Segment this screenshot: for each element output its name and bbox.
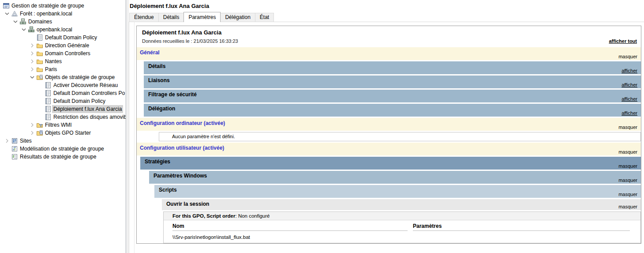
report-subsection-bar: Filtrage de sécuritéafficher (144, 90, 641, 102)
tree-item-label: Résultats de stratégie de groupe (19, 153, 97, 161)
results-pane: Déploiement f.lux Ana Garcia ÉtendueDéta… (129, 0, 644, 253)
tree-item[interactable]: Résultats de stratégie de groupe (0, 153, 126, 161)
tab-etendue[interactable]: Étendue (129, 13, 159, 22)
subsection-title: Scripts (159, 187, 177, 193)
tab-details[interactable]: Détails (158, 13, 184, 22)
collapse-link[interactable]: masquer (618, 192, 637, 197)
gpo-folder-icon (36, 74, 43, 81)
report-subsection-bar: Délégationafficher (144, 104, 641, 117)
tree-item-label: Objets GPO Starter (44, 129, 92, 137)
tree-item-label: Default Domain Policy (52, 97, 107, 105)
tab-parametres[interactable]: Paramètres (183, 12, 221, 22)
logon-script-details: For this GPO, Script order: Non configur… (163, 211, 641, 243)
chevron-right-icon[interactable] (29, 58, 36, 65)
report-section-header: Configuration ordinateur (activée)masque… (137, 118, 641, 131)
tree-item[interactable]: Forêt : openbank.local (0, 10, 126, 18)
subsection-title: Filtrage de sécurité (148, 91, 197, 98)
tree-item[interactable]: Filtres WMI (0, 121, 126, 129)
scripts-table: NomParamètres\\Srv-paris\netlogon\instal… (167, 220, 635, 243)
chevron-right-icon[interactable] (29, 42, 36, 49)
report-header: Déploiement f.lux Ana Garcia Données rec… (137, 26, 641, 47)
gpmc-console-icon (3, 2, 10, 9)
subsection-title: Détails (148, 63, 165, 69)
report-title: Déploiement f.lux Ana Garcia (142, 29, 221, 36)
results-icon (11, 153, 18, 160)
tree-item[interactable]: Modélisation de stratégie de groupe (0, 145, 126, 153)
tree-item-label: Gestion de stratégie de groupe (10, 2, 86, 10)
tree-item-label: Nantes (44, 57, 63, 65)
tree-item[interactable]: Activer Découverte Réseau (0, 81, 126, 89)
chevron-down-icon[interactable] (12, 18, 19, 25)
section-title: Général (140, 49, 160, 56)
forest-icon (11, 10, 18, 17)
tree-item-label: Filtres WMI (44, 121, 73, 129)
chevron-right-icon[interactable] (29, 129, 36, 136)
tree-item[interactable]: Objets GPO Starter (0, 129, 126, 137)
tab-etat[interactable]: État (255, 13, 274, 22)
tree-item[interactable]: Default Domain Policy (0, 34, 126, 42)
tree-item[interactable]: Gestion de stratégie de groupe (0, 2, 126, 10)
tree-item-label: Paris (44, 65, 58, 73)
report-section-header: Généralmasquer (137, 47, 641, 60)
tree-item[interactable]: Déploiement f.lux Ana Garcia (0, 105, 126, 113)
gpo-settings-report: Déploiement f.lux Ana Garcia Données rec… (136, 26, 641, 244)
show-all-link[interactable]: afficher tout (609, 38, 637, 44)
tree-item[interactable]: Sites (0, 137, 126, 145)
report-subsection-bar: Détailsafficher (144, 61, 641, 74)
tree-item[interactable]: openbank.local (0, 26, 126, 34)
tree-item[interactable]: Nantes (0, 57, 126, 65)
expand-link[interactable]: afficher (622, 82, 637, 87)
tab-delegation[interactable]: Délégation (220, 13, 255, 22)
collapse-link[interactable]: masquer (618, 204, 637, 209)
tree-item[interactable]: Restriction des disques amovib (0, 113, 126, 121)
table-cell: \\Srv-paris\netlogon\install_flux.bat (172, 231, 408, 243)
tree-item-label: Direction Générale (44, 42, 90, 49)
collapse-link[interactable]: masquer (618, 177, 637, 183)
scripts-table-header: Paramètres (413, 220, 630, 231)
collapse-link[interactable]: masquer (618, 125, 637, 130)
collapse-link[interactable]: masquer (618, 149, 637, 155)
chevron-right-icon[interactable] (29, 66, 36, 73)
report-subsection-bar: Stratégiesmasquer (140, 157, 641, 170)
starter-gpo-folder-icon (36, 129, 43, 136)
tree-item[interactable]: Objets de stratégie de groupe (0, 73, 126, 81)
expand-link[interactable]: afficher (622, 96, 637, 102)
subsection-title: Délégation (148, 106, 175, 112)
ou-icon (36, 50, 43, 57)
tree-item-label: Default Domain Controllers Po (52, 89, 126, 97)
script-order-key: For this GPO, Script order (172, 213, 236, 219)
report-section-header: Configuration utilisateur (activée)masqu… (137, 143, 641, 155)
tree-item-label: openbank.local (35, 26, 74, 34)
pane-title: Déploiement f.lux Ana Garcia (130, 3, 209, 9)
tree-item[interactable]: Domaines (0, 18, 126, 26)
tree-item-label: Objets de stratégie de groupe (44, 73, 116, 81)
section-title: Configuration utilisateur (activée) (140, 145, 224, 151)
tree-item[interactable]: Default Domain Policy (0, 97, 126, 105)
collapse-link[interactable]: masquer (618, 163, 637, 169)
tree-item-label: Activer Découverte Réseau (52, 81, 119, 89)
collapse-link[interactable]: masquer (618, 54, 637, 59)
expand-link[interactable]: afficher (622, 110, 637, 116)
ou-icon (36, 66, 43, 73)
tab-content: Déploiement f.lux Ana Garcia Données rec… (129, 22, 644, 253)
expand-link[interactable]: afficher (622, 68, 637, 73)
chevron-right-icon[interactable] (4, 137, 11, 144)
tree-item-label: Default Domain Policy (44, 34, 98, 42)
tree-item[interactable]: Direction Générale (0, 42, 126, 49)
table-cell (413, 231, 630, 243)
gpo-icon (45, 113, 52, 121)
chevron-right-icon[interactable] (29, 121, 36, 128)
script-order-value: : Non configuré (236, 213, 270, 219)
chevron-down-icon[interactable] (29, 74, 36, 81)
chevron-down-icon[interactable] (20, 26, 27, 33)
tree-item[interactable]: Paris (0, 65, 126, 73)
report-viewport-edge (134, 22, 135, 253)
tree-item[interactable]: Domain Controllers (0, 49, 126, 57)
wmi-filter-folder-icon (36, 121, 43, 128)
script-order-row: For this GPO, Script order: Non configur… (164, 212, 640, 220)
tree-item[interactable]: Default Domain Controllers Po (0, 89, 126, 97)
modeling-icon (11, 145, 18, 152)
tree-item-label: Restriction des disques amovib (52, 113, 126, 121)
chevron-right-icon[interactable] (29, 50, 36, 57)
chevron-down-icon[interactable] (4, 10, 11, 17)
